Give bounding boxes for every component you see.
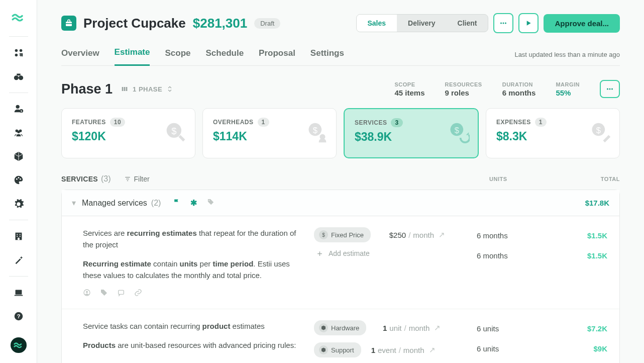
units-value: 6 months bbox=[477, 247, 557, 263]
approve-button[interactable]: Approve deal... bbox=[544, 14, 620, 33]
svg-text:$: $ bbox=[596, 126, 601, 135]
nav-help-icon[interactable]: ? bbox=[8, 305, 30, 327]
cube-icon bbox=[319, 323, 328, 332]
svg-rect-17 bbox=[19, 234, 20, 235]
card-services[interactable]: SERVICES3 $38.9K $ bbox=[344, 108, 479, 158]
svg-text:?: ? bbox=[17, 313, 20, 319]
svg-point-13 bbox=[18, 177, 19, 178]
chevron-down-icon[interactable]: ▾ bbox=[72, 198, 76, 208]
comment-icon[interactable] bbox=[117, 288, 125, 300]
stat-margin: MARGIN 55% bbox=[556, 81, 580, 97]
nav-team-icon[interactable] bbox=[8, 122, 30, 143]
more-button[interactable] bbox=[493, 13, 513, 33]
svg-point-12 bbox=[16, 178, 17, 180]
nav-palette-icon[interactable] bbox=[8, 169, 30, 191]
tab-client[interactable]: Client bbox=[447, 15, 488, 32]
add-estimate-button[interactable]: Add estimate bbox=[314, 249, 477, 257]
dollar-icon: $ bbox=[319, 230, 328, 239]
tab-settings[interactable]: Settings bbox=[310, 48, 344, 65]
link-icon[interactable] bbox=[134, 288, 142, 300]
group-header[interactable]: ▾ Managed services (2) ✱ $17.8K bbox=[62, 190, 619, 216]
money-wrench-icon: $ bbox=[165, 121, 187, 145]
money-edit-icon: $ bbox=[589, 121, 611, 145]
project-title: Project Cupcake bbox=[83, 16, 186, 31]
estimate-pill[interactable]: Hardware bbox=[314, 320, 366, 335]
estimate-pill[interactable]: $ Fixed Price bbox=[314, 227, 371, 242]
svg-point-14 bbox=[20, 178, 21, 180]
units-value: 6 units bbox=[477, 340, 557, 356]
svg-point-27 bbox=[500, 23, 502, 24]
service-row: Services are recurring estimates that re… bbox=[62, 216, 619, 309]
tab-estimate[interactable]: Estimate bbox=[115, 47, 150, 66]
estimate-rate[interactable]: 1unit/month ↗ bbox=[375, 323, 441, 332]
tab-schedule[interactable]: Schedule bbox=[206, 48, 244, 65]
nav-apps-icon[interactable] bbox=[8, 42, 30, 63]
svg-text:$: $ bbox=[313, 126, 317, 135]
estimate-pill[interactable]: Support bbox=[314, 342, 361, 357]
estimate-rate[interactable]: $250/month ↗ bbox=[380, 230, 445, 239]
svg-rect-22 bbox=[14, 295, 23, 296]
nav-building-icon[interactable] bbox=[8, 225, 30, 247]
filter-button[interactable]: Filter bbox=[124, 175, 150, 183]
tab-scope[interactable]: Scope bbox=[165, 48, 190, 65]
svg-text:$: $ bbox=[20, 110, 22, 113]
view-tabs: Sales Delivery Client bbox=[356, 14, 489, 32]
avatar[interactable] bbox=[11, 337, 27, 353]
trend-icon: ↗ bbox=[429, 345, 436, 354]
phase-more-button[interactable] bbox=[600, 80, 620, 98]
nav-binoculars-icon[interactable] bbox=[8, 65, 30, 87]
tag-icon[interactable] bbox=[100, 288, 108, 300]
tab-delivery[interactable]: Delivery bbox=[397, 15, 446, 32]
svg-point-45 bbox=[209, 200, 210, 201]
svg-point-47 bbox=[86, 291, 88, 293]
phase-selector[interactable]: 1 PHASE bbox=[121, 85, 173, 93]
svg-rect-26 bbox=[66, 23, 72, 24]
tab-sales[interactable]: Sales bbox=[357, 15, 397, 32]
svg-rect-31 bbox=[124, 87, 126, 91]
total-value: $9K bbox=[557, 340, 607, 356]
nav-wand-icon[interactable] bbox=[8, 249, 30, 271]
flag-icon[interactable] bbox=[173, 198, 180, 208]
tag-icon[interactable] bbox=[207, 198, 214, 208]
trend-icon: ↗ bbox=[434, 323, 441, 332]
nav-user-money-icon[interactable]: $ bbox=[8, 98, 30, 120]
svg-rect-18 bbox=[17, 236, 18, 237]
assignee-icon[interactable] bbox=[83, 288, 91, 300]
svg-point-2 bbox=[15, 53, 18, 56]
asterisk-icon[interactable]: ✱ bbox=[190, 198, 197, 208]
project-icon bbox=[61, 16, 76, 31]
group-total: $17.8K bbox=[585, 199, 609, 207]
svg-rect-30 bbox=[122, 87, 124, 91]
total-value: $1.5K bbox=[557, 247, 607, 263]
nav-cube-icon[interactable] bbox=[8, 145, 30, 167]
svg-point-11 bbox=[17, 130, 20, 133]
nav-tabs: Overview Estimate Scope Schedule Proposa… bbox=[61, 47, 620, 66]
svg-point-3 bbox=[14, 75, 18, 80]
estimate-rate[interactable]: 1event/month ↗ bbox=[370, 345, 436, 354]
logo-icon bbox=[12, 10, 26, 24]
svg-point-1 bbox=[19, 49, 22, 52]
stat-scope: SCOPE 45 items bbox=[394, 81, 424, 97]
svg-rect-32 bbox=[126, 87, 128, 91]
nav-settings-icon[interactable] bbox=[8, 193, 30, 215]
col-units: UNITS bbox=[489, 176, 570, 182]
svg-point-34 bbox=[609, 88, 611, 90]
svg-rect-21 bbox=[15, 290, 22, 294]
plus-icon bbox=[316, 250, 324, 257]
svg-rect-20 bbox=[18, 238, 20, 240]
stat-resources: RESOURCES 9 roles bbox=[445, 81, 482, 97]
card-expenses[interactable]: EXPENSES1 $8.3K $ bbox=[486, 108, 620, 158]
play-button[interactable] bbox=[518, 13, 539, 33]
svg-point-4 bbox=[19, 75, 23, 80]
total-value: $7.2K bbox=[557, 320, 607, 336]
card-overheads[interactable]: OVERHEADS1 $114K $ bbox=[202, 108, 337, 158]
cube-icon bbox=[319, 345, 328, 354]
card-features[interactable]: FEATURES10 $120K $ bbox=[61, 108, 195, 158]
svg-text:$: $ bbox=[171, 126, 176, 136]
nav-laptop-icon[interactable] bbox=[8, 282, 30, 303]
filter-icon bbox=[124, 175, 131, 183]
svg-rect-16 bbox=[17, 234, 18, 235]
tab-proposal[interactable]: Proposal bbox=[259, 48, 295, 65]
tab-overview[interactable]: Overview bbox=[61, 48, 99, 65]
svg-point-6 bbox=[16, 105, 19, 109]
